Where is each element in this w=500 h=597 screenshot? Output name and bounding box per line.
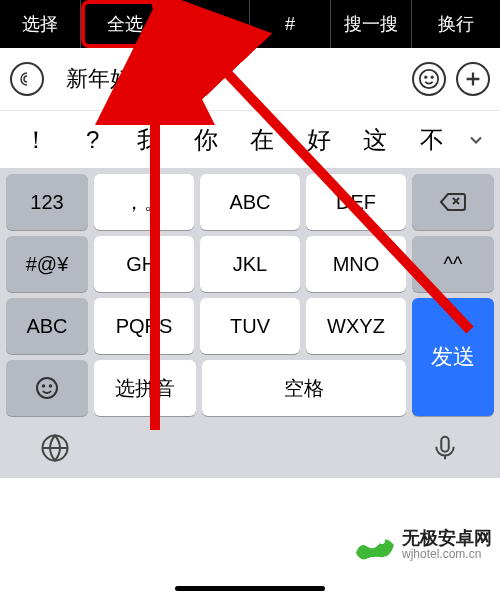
scan-icon	[198, 13, 220, 35]
message-text-input[interactable]: 新年好！	[54, 57, 402, 101]
backspace-icon	[439, 191, 467, 213]
watermark-logo-icon	[352, 523, 396, 567]
key-symbols[interactable]: #@¥	[6, 236, 88, 292]
menu-scan[interactable]	[169, 0, 250, 48]
edit-context-menu: 选择 全选 # 搜一搜 换行	[0, 0, 500, 48]
suggestion-3[interactable]: 你	[178, 124, 235, 156]
key-abc-mode[interactable]: ABC	[6, 298, 88, 354]
key-backspace[interactable]	[412, 174, 494, 230]
suggestion-expand[interactable]	[460, 130, 492, 150]
key-123[interactable]: 123	[6, 174, 88, 230]
suggestion-0[interactable]: ！	[8, 124, 65, 156]
svg-point-10	[379, 538, 385, 544]
plus-icon	[462, 68, 484, 90]
key-jkl[interactable]: JKL	[200, 236, 300, 292]
watermark-title: 无极安卓网	[402, 529, 492, 549]
mic-icon	[430, 433, 460, 463]
key-ghi[interactable]: GHI	[94, 236, 194, 292]
key-punct[interactable]: ，。	[94, 174, 194, 230]
voice-wave-icon	[18, 70, 36, 88]
key-wxyz[interactable]: WXYZ	[306, 298, 406, 354]
keyboard-bottom-bar	[0, 422, 500, 478]
suggestion-2[interactable]: 我	[121, 124, 178, 156]
key-kaomoji[interactable]: ^^	[412, 236, 494, 292]
key-mno[interactable]: MNO	[306, 236, 406, 292]
input-text-content: 新年好！	[66, 64, 154, 94]
svg-point-1	[425, 76, 426, 77]
home-indicator[interactable]	[175, 586, 325, 591]
key-def[interactable]: DEF	[306, 174, 406, 230]
message-input-row: 新年好！	[0, 48, 500, 110]
svg-point-4	[43, 385, 45, 387]
keyboard-panel: 123 #@¥ ABC ，。 ABC DEF GHI JKL MNO PQRS	[0, 168, 500, 422]
suggestion-7[interactable]: 不	[404, 124, 461, 156]
watermark-url: wjhotel.com.cn	[402, 548, 492, 561]
watermark: 无极安卓网 wjhotel.com.cn	[352, 523, 492, 567]
svg-point-5	[50, 385, 52, 387]
menu-select[interactable]: 选择	[0, 0, 81, 48]
suggestion-1[interactable]: ?	[65, 126, 122, 154]
key-pinyin[interactable]: 选拼音	[94, 360, 196, 416]
suggestion-bar: ！ ? 我 你 在 好 这 不	[0, 110, 500, 168]
emoji-key-icon	[35, 376, 59, 400]
key-abc[interactable]: ABC	[200, 174, 300, 230]
globe-icon	[40, 433, 70, 463]
key-emoji[interactable]	[6, 360, 88, 416]
menu-select-all[interactable]: 全选	[81, 0, 169, 48]
menu-search[interactable]: 搜一搜	[331, 0, 412, 48]
key-tuv[interactable]: TUV	[200, 298, 300, 354]
key-space[interactable]: 空格	[202, 360, 406, 416]
svg-point-2	[431, 76, 432, 77]
emoji-button[interactable]	[412, 62, 446, 96]
text-cursor	[156, 66, 158, 92]
svg-point-0	[420, 70, 438, 88]
svg-rect-7	[441, 437, 449, 452]
globe-button[interactable]	[40, 433, 70, 467]
suggestion-4[interactable]: 在	[234, 124, 291, 156]
suggestion-5[interactable]: 好	[291, 124, 348, 156]
suggestion-6[interactable]: 这	[347, 124, 404, 156]
attach-button[interactable]	[456, 62, 490, 96]
smile-icon	[418, 68, 440, 90]
key-pqrs[interactable]: PQRS	[94, 298, 194, 354]
voice-input-button[interactable]	[10, 62, 44, 96]
svg-point-3	[37, 378, 57, 398]
key-send[interactable]: 发送	[412, 298, 494, 416]
menu-hash[interactable]: #	[250, 0, 331, 48]
menu-newline[interactable]: 换行	[412, 0, 500, 48]
chevron-down-icon	[466, 130, 486, 150]
mic-button[interactable]	[430, 433, 460, 467]
